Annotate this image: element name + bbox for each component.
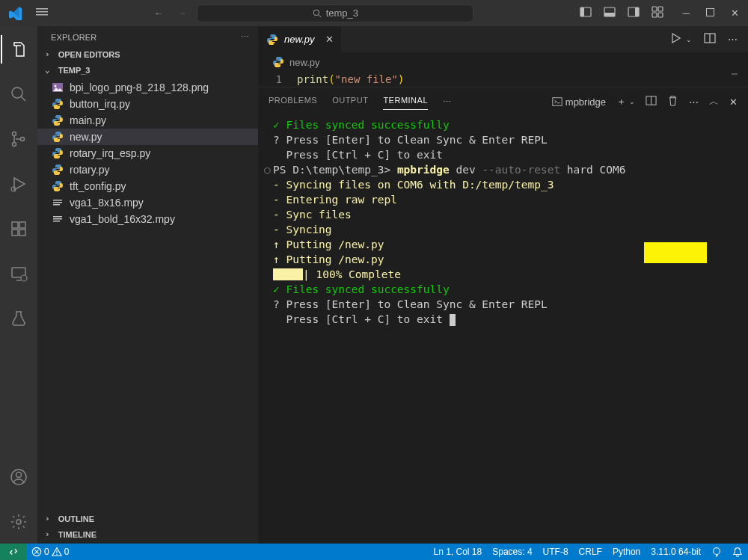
run-dropdown-icon[interactable]: ⌄ bbox=[686, 36, 692, 43]
python-icon bbox=[51, 114, 64, 127]
outline-section[interactable]: › OUTLINE bbox=[37, 511, 258, 526]
terminal-line: | 100% Complete bbox=[264, 267, 738, 282]
file-item[interactable]: main.py bbox=[37, 112, 258, 129]
file-item[interactable]: rotary.py bbox=[37, 161, 258, 178]
activity-debug-icon[interactable] bbox=[1, 170, 37, 198]
indentation[interactable]: Spaces: 4 bbox=[487, 547, 537, 557]
layout-toggle-right-icon[interactable] bbox=[628, 6, 640, 20]
svg-point-33 bbox=[55, 85, 57, 87]
folder-name: TEMP_3 bbox=[58, 66, 91, 75]
terminal-line: ? Press [Enter] to Clean Sync & Enter RE… bbox=[264, 297, 738, 312]
terminal-output[interactable]: ✓ Files synced successfully? Press [Ente… bbox=[258, 111, 748, 328]
maximize-icon[interactable] bbox=[706, 7, 714, 19]
panel-tab-problems[interactable]: PROBLEMS bbox=[269, 94, 317, 109]
file-item[interactable]: new.py bbox=[37, 129, 258, 145]
activity-settings-icon[interactable] bbox=[1, 508, 37, 536]
svg-rect-42 bbox=[553, 97, 562, 105]
panel-more-right-icon[interactable]: ⋯ bbox=[689, 96, 699, 108]
close-icon[interactable]: ✕ bbox=[731, 7, 739, 19]
tab-newpy[interactable]: new.py ✕ bbox=[258, 26, 341, 52]
split-terminal-icon[interactable] bbox=[646, 95, 657, 108]
layout-toggle-bottom-icon[interactable] bbox=[604, 6, 616, 20]
breadcrumb-file: new.py bbox=[289, 57, 319, 68]
breadcrumb[interactable]: new.py bbox=[258, 52, 748, 72]
code-line: print("new file") bbox=[297, 73, 404, 85]
svg-rect-39 bbox=[53, 221, 60, 222]
errors-warnings[interactable]: 0 0 bbox=[26, 547, 74, 557]
svg-rect-34 bbox=[53, 200, 62, 201]
file-item[interactable]: bpi_logo_png-8_218_128.png bbox=[37, 79, 258, 96]
svg-line-4 bbox=[319, 14, 321, 16]
outline-label: OUTLINE bbox=[58, 514, 94, 523]
file-item[interactable]: button_irq.py bbox=[37, 96, 258, 112]
activity-testing-icon[interactable] bbox=[1, 304, 37, 333]
generic-icon bbox=[51, 196, 64, 209]
activity-accounts-icon[interactable] bbox=[1, 463, 37, 491]
svg-rect-15 bbox=[707, 9, 714, 16]
cursor-position[interactable]: Ln 1, Col 18 bbox=[428, 547, 487, 557]
encoding[interactable]: UTF-8 bbox=[538, 547, 574, 557]
kill-terminal-icon[interactable] bbox=[667, 95, 678, 108]
remote-indicator[interactable] bbox=[0, 544, 26, 560]
new-terminal-icon[interactable]: ＋ bbox=[616, 95, 626, 108]
feedback-icon[interactable] bbox=[706, 547, 727, 557]
minimize-icon[interactable]: ─ bbox=[683, 7, 690, 19]
code-editor[interactable]: 1 print("new file") bbox=[258, 72, 748, 87]
tab-close-icon[interactable]: ✕ bbox=[325, 34, 334, 45]
activity-bar bbox=[0, 26, 37, 544]
run-icon[interactable] bbox=[669, 32, 681, 46]
tab-row: new.py ✕ ⌄ ⋯ bbox=[258, 26, 748, 52]
split-editor-icon[interactable] bbox=[704, 32, 716, 46]
explorer-title: EXPLORER bbox=[51, 33, 97, 42]
panel-close-icon[interactable]: ✕ bbox=[729, 96, 738, 108]
nav-fwd-icon[interactable]: → bbox=[177, 7, 186, 19]
file-item[interactable]: vga1_8x16.mpy bbox=[37, 194, 258, 211]
activity-extensions-icon[interactable] bbox=[1, 215, 37, 243]
notifications-icon[interactable] bbox=[727, 547, 748, 557]
minimap[interactable] bbox=[732, 73, 738, 75]
file-item[interactable]: vga1_bold_16x32.mpy bbox=[37, 211, 258, 227]
panel-tab-terminal[interactable]: TERMINAL bbox=[383, 94, 428, 110]
file-name: rotary_irq_esp.py bbox=[70, 147, 150, 159]
line-number: 1 bbox=[258, 73, 297, 85]
eol[interactable]: CRLF bbox=[574, 547, 607, 557]
command-center[interactable]: temp_3 bbox=[197, 4, 473, 22]
terminal-line: Press [Ctrl + C] to exit bbox=[264, 312, 738, 327]
terminal-profile[interactable]: mpbridge bbox=[552, 96, 606, 108]
more-icon[interactable]: ⋯ bbox=[241, 32, 249, 42]
svg-point-16 bbox=[12, 87, 22, 98]
python-icon bbox=[51, 130, 64, 144]
python-interpreter[interactable]: 3.11.0 64-bit bbox=[646, 547, 706, 557]
more-actions-icon[interactable]: ⋯ bbox=[728, 34, 738, 45]
language-mode[interactable]: Python bbox=[607, 547, 646, 557]
open-editors-section[interactable]: › OPEN EDITORS bbox=[37, 46, 258, 62]
timeline-section[interactable]: › TIMELINE bbox=[37, 526, 258, 542]
tab-label: new.py bbox=[284, 34, 314, 45]
svg-point-19 bbox=[13, 143, 16, 147]
svg-point-18 bbox=[13, 132, 16, 136]
svg-rect-10 bbox=[635, 7, 639, 16]
new-terminal-dropdown-icon[interactable]: ⌄ bbox=[629, 98, 635, 105]
file-name: main.py bbox=[70, 114, 106, 126]
activity-remote-icon[interactable] bbox=[1, 259, 37, 288]
activity-search-icon[interactable] bbox=[1, 80, 37, 108]
folder-section[interactable]: ⌄ TEMP_3 bbox=[37, 62, 258, 78]
activity-scm-icon[interactable] bbox=[1, 125, 37, 153]
menu-icon[interactable] bbox=[36, 6, 48, 20]
python-icon bbox=[51, 163, 64, 176]
layout-customize-icon[interactable] bbox=[652, 6, 663, 20]
svg-rect-12 bbox=[658, 7, 663, 11]
panel-maximize-icon[interactable]: ︿ bbox=[709, 95, 719, 108]
file-tree: bpi_logo_png-8_218_128.pngbutton_irq.pym… bbox=[37, 78, 258, 511]
svg-rect-1 bbox=[36, 11, 48, 13]
terminal-line: - Entering raw repl bbox=[264, 192, 738, 207]
warning-count: 0 bbox=[64, 547, 70, 557]
nav-back-icon[interactable]: ← bbox=[153, 7, 163, 19]
file-item[interactable]: tft_config.py bbox=[37, 178, 258, 194]
layout-toggle-left-icon[interactable] bbox=[580, 6, 592, 20]
panel-tab-output[interactable]: OUTPUT bbox=[332, 94, 368, 109]
svg-point-20 bbox=[21, 138, 25, 141]
activity-explorer-icon[interactable] bbox=[1, 35, 37, 64]
file-item[interactable]: rotary_irq_esp.py bbox=[37, 145, 258, 161]
panel-more-icon[interactable]: ⋯ bbox=[443, 97, 452, 107]
